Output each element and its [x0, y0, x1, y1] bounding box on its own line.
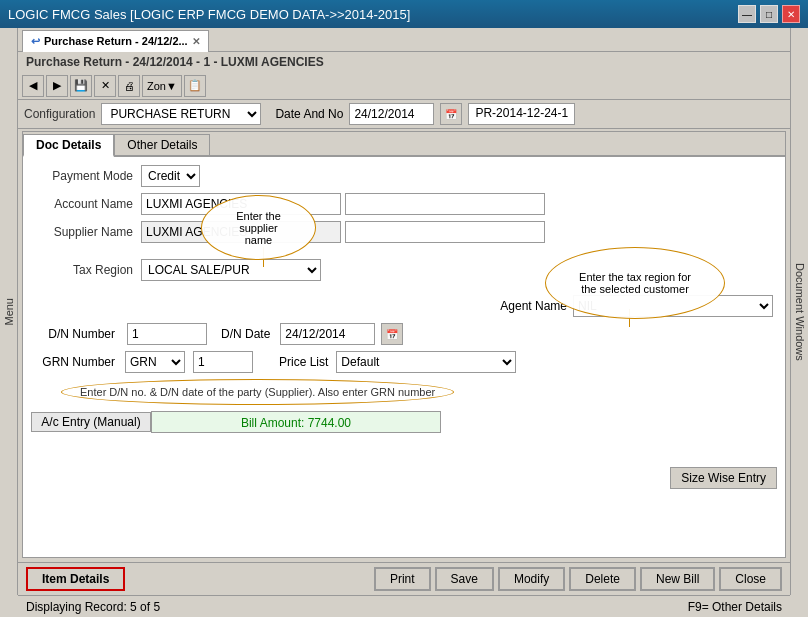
config-bar: Configuration PURCHASE RETURN Date And N… — [18, 100, 790, 129]
grn-type-select[interactable]: GRN — [125, 351, 185, 373]
app-title: LOGIC FMCG Sales [LOGIC ERP FMCG DEMO DA… — [8, 7, 410, 22]
grn-number-label: GRN Number — [31, 355, 121, 369]
tab-other-details[interactable]: Other Details — [114, 134, 210, 155]
form-area: Payment Mode Credit Cash Account Name Su… — [23, 157, 785, 557]
price-list-select[interactable]: Default — [336, 351, 516, 373]
voucher-type-select[interactable]: PURCHASE RETURN — [101, 103, 261, 125]
size-wise-entry-button[interactable]: Size Wise Entry — [670, 467, 777, 489]
account-extra-input[interactable] — [345, 193, 545, 215]
dn-date-input[interactable] — [280, 323, 375, 345]
grn-number-input[interactable] — [193, 351, 253, 373]
price-list-row: Price List Default — [279, 351, 516, 373]
tax-region-label: Tax Region — [31, 263, 141, 277]
side-menu-label: Menu — [3, 298, 15, 326]
minimize-button[interactable]: — — [738, 5, 756, 23]
supplier-name-row: Supplier Name — [31, 221, 777, 243]
tab-icon: ↩ — [31, 35, 40, 48]
tab-doc-details[interactable]: Doc Details — [23, 134, 114, 157]
status-right: F9= Other Details — [688, 600, 782, 614]
close-button[interactable]: Close — [719, 567, 782, 591]
tab-bar: ↩ Purchase Return - 24/12/2... ✕ — [18, 28, 790, 52]
ac-entry-row: A/c Entry (Manual) Bill Amount: 7744.00 — [31, 411, 777, 433]
toolbar: ◀ ▶ 💾 ✕ 🖨 Zon▼ 📋 — [18, 72, 790, 100]
inner-window: Doc Details Other Details Payment Mode C… — [22, 131, 786, 558]
inner-tab-bar: Doc Details Other Details — [23, 132, 785, 157]
bill-amount: Bill Amount: 7744.00 — [151, 411, 441, 433]
status-bar: Displaying Record: 5 of 5 F9= Other Deta… — [18, 595, 790, 617]
grn-row: GRN Number GRN — [31, 351, 253, 373]
price-list-label: Price List — [279, 355, 328, 369]
dn-number-input[interactable] — [127, 323, 207, 345]
delete-toolbar-button[interactable]: ✕ — [94, 75, 116, 97]
tab-close-button[interactable]: ✕ — [192, 36, 200, 47]
new-bill-button[interactable]: New Bill — [640, 567, 715, 591]
date-input[interactable] — [349, 103, 434, 125]
purchase-return-tab[interactable]: ↩ Purchase Return - 24/12/2... ✕ — [22, 30, 209, 52]
supplier-extra-input[interactable] — [345, 221, 545, 243]
date-and-no-label: Date And No — [275, 107, 343, 121]
bottom-bar: Item Details Print Save Modify Delete Ne… — [18, 562, 790, 595]
main-content: ↩ Purchase Return - 24/12/2... ✕ Purchas… — [18, 28, 790, 595]
tax-region-select[interactable]: LOCAL SALE/PUR — [141, 259, 321, 281]
doc-windows-label: Document Windows — [794, 263, 806, 361]
form-title: Purchase Return - 24/12/2014 - 1 - LUXMI… — [18, 52, 790, 72]
doc-windows-panel: Document Windows — [790, 28, 808, 595]
dn-callout-area: Enter D/N no. & D/N date of the party (S… — [31, 379, 777, 405]
payment-mode-select[interactable]: Credit Cash — [141, 165, 200, 187]
nav-prev-button[interactable]: ◀ — [22, 75, 44, 97]
save-bottom-button[interactable]: Save — [435, 567, 494, 591]
account-name-row: Account Name — [31, 193, 777, 215]
tax-callout: Enter the tax region forthe selected cus… — [545, 247, 725, 319]
close-window-button[interactable]: ✕ — [782, 5, 800, 23]
clip-button[interactable]: 📋 — [184, 75, 206, 97]
delete-button[interactable]: Delete — [569, 567, 636, 591]
supplier-name-label: Supplier Name — [31, 225, 141, 239]
modify-button[interactable]: Modify — [498, 567, 565, 591]
size-entry-area: Size Wise Entry — [31, 439, 777, 489]
supplier-callout: Enter thesuppliername — [201, 195, 316, 260]
payment-mode-row: Payment Mode Credit Cash — [31, 165, 777, 187]
save-button[interactable]: 💾 — [70, 75, 92, 97]
ac-entry-label: A/c Entry (Manual) — [31, 412, 151, 432]
status-left: Displaying Record: 5 of 5 — [26, 600, 160, 614]
nav-next-button[interactable]: ▶ — [46, 75, 68, 97]
restore-button[interactable]: □ — [760, 5, 778, 23]
calendar-icon[interactable]: 📅 — [440, 103, 462, 125]
print-button[interactable]: Print — [374, 567, 431, 591]
dn-callout: Enter D/N no. & D/N date of the party (S… — [61, 379, 454, 405]
dn-number-row: D/N Number D/N Date 📅 — [31, 323, 777, 345]
title-bar: LOGIC FMCG Sales [LOGIC ERP FMCG DEMO DA… — [0, 0, 808, 28]
dn-date-label: D/N Date — [221, 327, 270, 341]
item-details-button[interactable]: Item Details — [26, 567, 125, 591]
doc-number: PR-2014-12-24-1 — [468, 103, 575, 125]
zoom-button[interactable]: Zon▼ — [142, 75, 182, 97]
account-name-label: Account Name — [31, 197, 141, 211]
dn-calendar-icon[interactable]: 📅 — [381, 323, 403, 345]
payment-mode-label: Payment Mode — [31, 169, 141, 183]
tab-label: Purchase Return - 24/12/2... — [44, 35, 188, 47]
dn-number-label: D/N Number — [31, 327, 121, 341]
side-menu: Menu — [0, 28, 18, 595]
configuration-label: Configuration — [24, 107, 95, 121]
print-toolbar-button[interactable]: 🖨 — [118, 75, 140, 97]
window-controls: — □ ✕ — [738, 5, 800, 23]
